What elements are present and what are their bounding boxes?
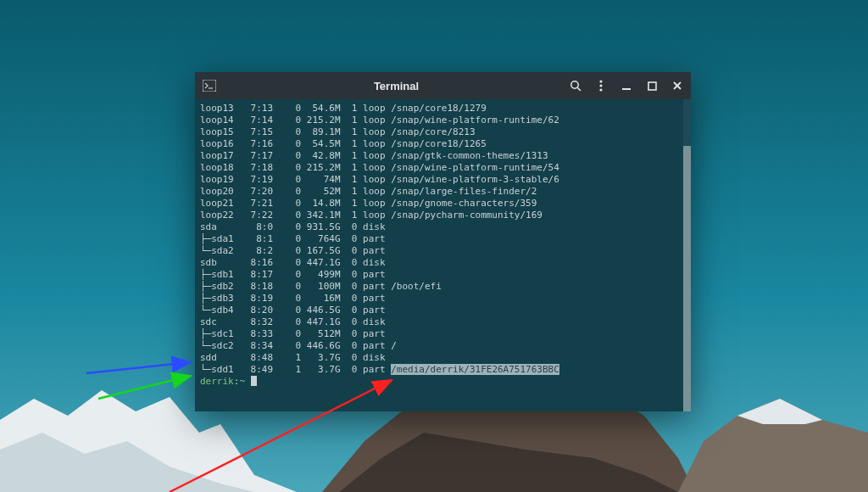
terminal-row: └─sdb4 8:20 0 446.5G 0 part	[200, 305, 686, 316]
svg-point-12	[599, 84, 602, 87]
cursor	[251, 376, 257, 386]
terminal-row: loop16 7:16 0 54.5M 1 loop /snap/core18/…	[200, 138, 686, 150]
terminal-body[interactable]: loop13 7:13 0 54.6M 1 loop /snap/core18/…	[195, 99, 691, 411]
scrollbar-thumb[interactable]	[683, 146, 691, 411]
terminal-row: loop15 7:15 0 89.1M 1 loop /snap/core/82…	[200, 126, 686, 138]
terminal-window: Terminal loop13 7:13 0 54.6M 1 loop /sna…	[195, 72, 691, 411]
terminal-row: ├─sdb1 8:17 0 499M 0 part	[200, 269, 686, 281]
maximize-button[interactable]	[645, 79, 659, 92]
titlebar[interactable]: Terminal	[195, 72, 691, 99]
terminal-row: loop14 7:14 0 215.2M 1 loop /snap/wine-p…	[200, 115, 686, 126]
terminal-row: sdd 8:48 1 3.7G 0 disk	[200, 352, 686, 364]
titlebar-controls	[569, 79, 684, 92]
terminal-row: loop22 7:22 0 342.1M 1 loop /snap/pychar…	[200, 210, 686, 221]
terminal-row: └─sdd1 8:49 1 3.7G 0 part /media/derrik/…	[200, 364, 686, 376]
terminal-row: └─sda2 8:2 0 167.5G 0 part	[200, 245, 686, 257]
terminal-row: loop18 7:18 0 215.2M 1 loop /snap/wine-p…	[200, 162, 686, 174]
menu-icon[interactable]	[594, 79, 608, 92]
terminal-row: ├─sdb2 8:18 0 100M 0 part /boot/efi	[200, 281, 686, 293]
svg-point-9	[571, 81, 578, 88]
terminal-row: sdc 8:32 0 447.1G 0 disk	[200, 316, 686, 328]
search-icon[interactable]	[569, 79, 582, 92]
window-title: Terminal	[224, 80, 569, 92]
svg-rect-15	[648, 82, 656, 90]
terminal-row: loop13 7:13 0 54.6M 1 loop /snap/core18/…	[200, 103, 686, 115]
terminal-row: loop20 7:20 0 52M 1 loop /snap/large-fil…	[200, 186, 686, 198]
terminal-row: ├─sdb3 8:19 0 16M 0 part	[200, 293, 686, 305]
svg-rect-7	[203, 80, 216, 92]
terminal-app-icon	[202, 78, 217, 93]
svg-point-11	[599, 80, 602, 82]
close-button[interactable]	[670, 79, 684, 92]
minimize-button[interactable]	[620, 79, 633, 92]
terminal-row: sda 8:0 0 931.5G 0 disk	[200, 221, 686, 233]
terminal-row: └─sdc2 8:34 0 446.6G 0 part /	[200, 340, 686, 352]
scrollbar[interactable]	[683, 99, 691, 411]
terminal-row: sdb 8:16 0 447.1G 0 disk	[200, 257, 686, 269]
mount-highlight: /media/derrik/31FE26A751763BBC	[391, 364, 559, 375]
terminal-row: ├─sda1 8:1 0 764G 0 part	[200, 233, 686, 245]
prompt-path: ~	[239, 376, 245, 387]
terminal-row: loop17 7:17 0 42.8M 1 loop /snap/gtk-com…	[200, 150, 686, 162]
terminal-row: ├─sdc1 8:33 0 512M 0 part	[200, 328, 686, 340]
svg-line-10	[577, 87, 581, 91]
svg-point-13	[599, 88, 602, 91]
prompt-user: derrik	[200, 376, 234, 387]
terminal-row: loop21 7:21 0 14.8M 1 loop /snap/gnome-c…	[200, 198, 686, 210]
terminal-row: loop19 7:19 0 74M 1 loop /snap/wine-plat…	[200, 174, 686, 186]
prompt-line[interactable]: derrik:~	[200, 376, 686, 388]
